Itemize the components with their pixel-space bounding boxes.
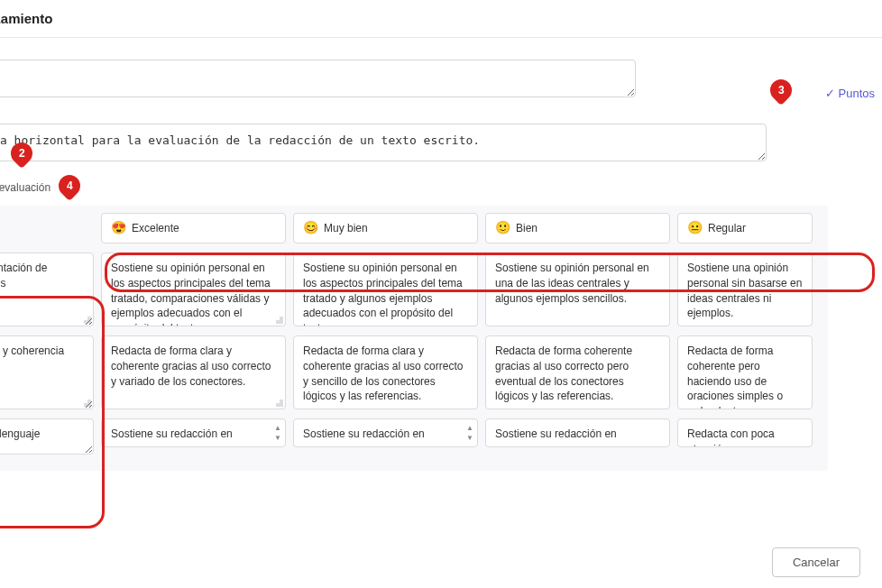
level-header-regular[interactable]: 😐 Regular [677, 213, 813, 243]
emoji-excelente-icon: 😍 [111, 219, 126, 237]
criteria-name-3[interactable]: Uso del lenguaje [0, 418, 94, 455]
scroll-arrows-icon: ▲▼ [274, 423, 281, 443]
criteria-name-2[interactable]: Claridad y coherencia [0, 335, 94, 409]
emoji-muybien-icon: 😊 [303, 219, 318, 237]
rubric-header-row: 😍 Excelente 😊 Muy bien 🙂 Bien 😐 Regular [0, 213, 824, 243]
rubric-grid: 😍 Excelente 😊 Muy bien 🙂 Bien 😐 Regular … [0, 206, 828, 471]
footer-actions: Cancelar [772, 547, 860, 577]
rubric-row-1: Argumentación de opiniones Sostiene su o… [0, 253, 824, 326]
emoji-bien-icon: 🙂 [495, 219, 510, 237]
criteria-3-level-3[interactable]: Sostiene su redacción en [485, 418, 670, 447]
page-title: Encabezamiento [0, 0, 882, 38]
title-input[interactable] [0, 60, 636, 97]
rubric-row-3: Uso del lenguaje Sostiene su redacción e… [0, 418, 824, 455]
criteria-2-level-4[interactable]: Redacta de forma coherente pero haciendo… [677, 335, 813, 409]
criteria-3-level-4[interactable]: Redacta con poca atención [677, 418, 813, 447]
scroll-arrows-icon: ▲▼ [466, 423, 473, 443]
criteria-1-level-2[interactable]: Sostiene su opinión personal en los aspe… [293, 253, 478, 326]
criteria-name-1[interactable]: Argumentación de opiniones [0, 253, 94, 326]
cancel-button[interactable]: Cancelar [772, 547, 860, 577]
criteria-1-level-3[interactable]: Sostiene su opinión personal en una de l… [485, 253, 670, 326]
criteria-1-level-4[interactable]: Sostiene una opinión personal sin basars… [677, 253, 813, 326]
criteria-3-level-2[interactable]: Sostiene su redacción en ▲▼ [293, 418, 478, 447]
rubric-row-2: Claridad y coherencia Redacta de forma c… [0, 335, 824, 409]
emoji-regular-icon: 😐 [687, 219, 703, 237]
level-header-excelente[interactable]: 😍 Excelente [101, 213, 286, 243]
criteria-2-level-2[interactable]: Redacta de forma clara y coherente graci… [293, 335, 478, 409]
criteria-2-level-1[interactable]: Redacta de forma clara y coherente graci… [101, 335, 286, 409]
criteria-3-level-1[interactable]: Sostiene su redacción en ▲▼ [101, 418, 286, 447]
level-header-bien[interactable]: 🙂 Bien [485, 213, 670, 243]
level-header-muy-bien[interactable]: 😊 Muy bien [293, 213, 478, 243]
description-input[interactable] [0, 124, 767, 161]
criteria-2-level-3[interactable]: Redacta de forma coherente gracias al us… [485, 335, 670, 409]
criteria-1-level-1[interactable]: Sostiene su opinión personal en los aspe… [101, 253, 286, 326]
annotation-4: 4 [54, 170, 85, 201]
criteria-section-label: Criterio de evaluación 4 [0, 177, 882, 198]
